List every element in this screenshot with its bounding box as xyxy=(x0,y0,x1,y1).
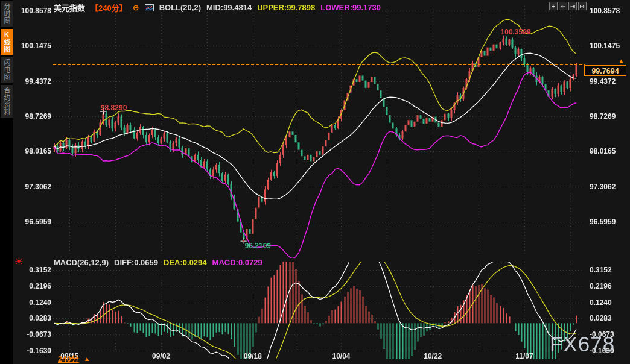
price-macd-chart-canvas[interactable] xyxy=(0,0,630,364)
chart-type-sidebar: 分时图K线图闪电图合约资料 xyxy=(0,0,13,364)
instrument-name: 美元指数 xyxy=(54,2,85,13)
x-axis-label: 09/18 xyxy=(236,352,270,360)
price-annotation-high: 100.3599 xyxy=(501,28,531,36)
sidebar-tab-kline[interactable]: K线图 xyxy=(1,29,13,55)
x-axis-label: 10/04 xyxy=(324,352,358,360)
period-link[interactable]: 240分 xyxy=(58,353,79,364)
main-chart-header: 美元指数 【240分】 ⊖ BOLL(20,2) MID:99.4814 UPP… xyxy=(54,2,381,13)
macd-indicator-label: MACD(26,12,9) xyxy=(54,258,109,267)
price-annotation-high: 98.8290 xyxy=(101,104,127,112)
macd-axis-label-left: 0.0283 xyxy=(13,314,51,322)
boll-upper-value: UPPER:99.7898 xyxy=(257,3,315,12)
pan-icon[interactable]: + xyxy=(549,2,558,10)
boll-indicator-label: BOLL(20,2) xyxy=(159,3,201,12)
price-axis-label-left: 99.4372 xyxy=(13,77,51,86)
macd-axis-label-left: -0.0673 xyxy=(13,330,51,339)
macd-axis-label-right: 0.0283 xyxy=(590,314,628,322)
zoom-out-x-icon[interactable]: ⇥ xyxy=(568,2,577,10)
macd-bar-value: MACD:0.0729 xyxy=(212,258,262,267)
macd-axis-label-right: 0.2196 xyxy=(590,282,628,290)
macd-axis-label-left: 0.2196 xyxy=(13,282,51,290)
zoom-in-x-icon[interactable]: ⇤ xyxy=(559,2,567,10)
sidebar-tab-time-chart[interactable]: 分时图 xyxy=(1,1,13,27)
x-axis-label: 10/22 xyxy=(416,352,450,360)
price-axis-label-right: 97.3062 xyxy=(590,183,628,191)
price-axis-label-left: 100.1475 xyxy=(13,42,51,50)
period-dropdown-arrow-icon[interactable]: ▲ xyxy=(84,355,91,362)
macd-axis-label-right: 0.3152 xyxy=(590,266,628,274)
period-label: 【240分】 xyxy=(91,2,127,13)
macd-diff-value: DIFF:0.0659 xyxy=(114,258,158,267)
chart-app-window: 分时图K线图闪电图合约资料 美元指数 【240分】 ⊖ BOLL(20,2) M… xyxy=(0,0,630,364)
price-axis-label-left: 100.8578 xyxy=(13,7,51,15)
price-axis-label-left: 97.3062 xyxy=(13,183,51,191)
chart-nav-toolbar: +⇤⇥↦ xyxy=(549,2,587,10)
last-price-box: 99.7694 xyxy=(584,65,626,76)
fx678-watermark: FX678 xyxy=(550,332,615,356)
goto-latest-icon[interactable]: ↦ xyxy=(578,2,587,10)
x-axis-label: 11/07 xyxy=(508,352,541,360)
macd-axis-label-left: -0.1630 xyxy=(13,347,51,355)
sidebar-tab-contract-info[interactable]: 合约资料 xyxy=(1,85,13,118)
indicator-chart-icon[interactable] xyxy=(145,4,154,11)
macd-dea-value: DEA:0.0294 xyxy=(164,258,207,267)
boll-mid-value: MID:99.4814 xyxy=(206,3,252,12)
sidebar-tab-lightning-chart[interactable]: 闪电图 xyxy=(1,57,13,83)
price-axis-label-right: 96.5959 xyxy=(590,218,628,226)
macd-header: MACD(26,12,9) DIFF:0.0659 DEA:0.0294 MAC… xyxy=(54,258,262,267)
footer-period-selector: 240分 ▲ xyxy=(58,353,91,364)
x-axis-label: 09/02 xyxy=(144,352,178,360)
price-axis-label-right: 98.7269 xyxy=(590,112,628,121)
macd-axis-label-right: 0.1240 xyxy=(590,298,628,307)
macd-axis-label-left: 0.1240 xyxy=(13,298,51,307)
price-up-arrow-icon: ▲ xyxy=(618,57,625,64)
price-axis-label-right: 100.1475 xyxy=(590,42,628,50)
boll-lower-value: LOWER:99.1730 xyxy=(320,3,381,12)
price-axis-label-right: 99.4372 xyxy=(590,77,628,86)
price-axis-label-left: 96.5959 xyxy=(13,218,51,226)
price-axis-label-left: 98.7269 xyxy=(13,112,51,121)
macd-settings-icon[interactable] xyxy=(15,257,23,268)
price-annotation-low: 96.2109 xyxy=(245,242,271,250)
price-axis-label-right: 98.0165 xyxy=(590,147,628,155)
collapse-circle-icon[interactable]: ⊖ xyxy=(133,4,139,11)
price-axis-label-right: 100.8578 xyxy=(590,7,628,15)
price-axis-label-left: 98.0165 xyxy=(13,147,51,155)
